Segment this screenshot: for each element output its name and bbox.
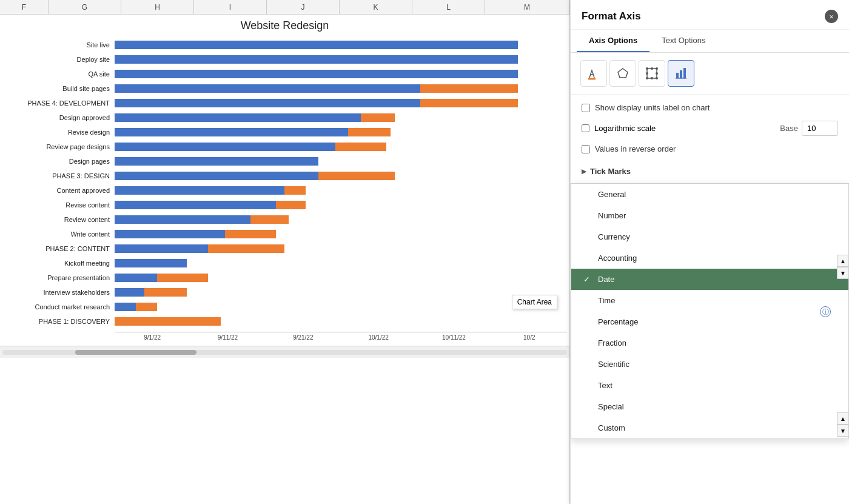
bar-orange xyxy=(157,274,208,282)
reverse-order-checkbox[interactable] xyxy=(582,145,590,153)
bar-label: PHASE 3: DESIGN xyxy=(2,172,115,180)
icon-toolbar xyxy=(571,53,849,95)
bar-label: PHASE 2: CONTENT xyxy=(2,245,115,252)
panel-scroll-arrows: ▲ ▼ xyxy=(837,255,849,279)
bar-blue xyxy=(115,55,518,64)
bar-blue xyxy=(115,84,420,93)
dropdown-item-label: Custom xyxy=(598,423,625,432)
svg-rect-12 xyxy=(680,70,682,78)
fill-icon-btn[interactable] xyxy=(580,60,607,87)
bar-track xyxy=(115,186,567,195)
bar-row: Prepare presentation xyxy=(2,271,567,284)
scroll-up-arrow[interactable]: ▲ xyxy=(837,255,849,267)
dropdown-item[interactable]: ✓Date xyxy=(571,269,848,290)
number-format-dropdown: GeneralNumberCurrencyAccounting✓DateTime… xyxy=(571,183,849,439)
bar-row: Revise design xyxy=(2,126,567,139)
dropdown-item-label: Number xyxy=(598,211,626,220)
col-header-M: M xyxy=(485,0,569,14)
display-units-checkbox[interactable] xyxy=(582,104,590,112)
dropdown-item[interactable]: Special xyxy=(571,396,848,417)
log-scale-checkbox[interactable] xyxy=(582,124,589,132)
col-header-F: F xyxy=(0,0,49,14)
bar-orange xyxy=(144,288,187,297)
bar-track xyxy=(115,156,567,166)
bar-blue xyxy=(115,113,361,122)
bar-row: Conduct market research xyxy=(2,300,567,314)
bar-blue xyxy=(115,303,136,311)
close-button[interactable]: × xyxy=(825,10,838,23)
tick-marks-chevron: ▶ xyxy=(582,168,586,175)
dropdown-item[interactable]: Fraction xyxy=(571,332,848,354)
dropdown-item[interactable]: Number xyxy=(571,205,848,226)
scroll-up-arrow-2[interactable]: ▲ xyxy=(837,412,849,425)
bar-orange xyxy=(361,113,395,122)
base-input[interactable] xyxy=(802,121,838,136)
bar-row: Kickoff meeting xyxy=(2,257,567,270)
bar-row: PHASE 2: CONTENT xyxy=(2,242,567,255)
bar-row: PHASE 4: DEVELOPMENT xyxy=(2,96,567,110)
bar-orange xyxy=(225,230,276,238)
svg-marker-1 xyxy=(618,69,628,78)
dropdown-item[interactable]: Percentage xyxy=(571,311,848,332)
size-properties-icon-btn[interactable] xyxy=(639,60,665,87)
bar-track xyxy=(115,317,567,326)
dropdown-item[interactable]: General xyxy=(571,184,848,205)
chart-body: Site liveDeploy siteQA siteBuild site pa… xyxy=(2,38,567,329)
bar-orange xyxy=(136,303,157,311)
x-tick: 10/2 xyxy=(492,332,567,341)
dropdown-item[interactable]: Accounting xyxy=(571,247,848,269)
bar-label: Conduct market research xyxy=(2,303,115,311)
tab-text-options[interactable]: Text Options xyxy=(649,30,717,52)
bar-label: Site live xyxy=(2,41,115,49)
bar-row: Revise content xyxy=(2,198,567,212)
svg-rect-2 xyxy=(647,69,657,78)
bar-label: Design approved xyxy=(2,114,115,121)
pentagon-icon-btn[interactable] xyxy=(609,60,636,87)
x-tick: 9/1/22 xyxy=(115,332,190,341)
scroll-down-arrow-2[interactable]: ▼ xyxy=(837,425,849,437)
svg-rect-11 xyxy=(676,73,679,78)
tab-axis-options[interactable]: Axis Options xyxy=(577,30,649,52)
bar-track xyxy=(115,40,567,50)
bar-row: PHASE 3: DESIGN xyxy=(2,169,567,183)
x-tick: 10/11/22 xyxy=(416,332,491,341)
bar-label: Revise content xyxy=(2,201,115,209)
dropdown-item[interactable]: Scientific xyxy=(571,354,848,375)
dropdown-item-label: Text xyxy=(598,381,612,390)
check-mark: ✓ xyxy=(583,275,593,284)
x-tick: 9/21/22 xyxy=(266,332,341,341)
scroll-down-arrow[interactable]: ▼ xyxy=(837,267,849,279)
bar-row: Design pages xyxy=(2,155,567,168)
tick-marks-label: Tick Marks xyxy=(590,167,631,176)
chart-container: Website Redesign Site liveDeploy siteQA … xyxy=(0,15,569,346)
tick-marks-section-header[interactable]: ▶ Tick Marks xyxy=(582,162,838,181)
bar-row: Write content xyxy=(2,227,567,241)
log-scale-label: Logarithmic scale xyxy=(594,124,656,133)
bar-label: Review content xyxy=(2,216,115,223)
dropdown-item-label: Currency xyxy=(598,232,630,241)
dropdown-item-label: General xyxy=(598,190,626,199)
dropdown-item[interactable]: Currency xyxy=(571,226,848,247)
info-icon[interactable]: ⓘ xyxy=(820,306,831,317)
bar-label: Kickoff meeting xyxy=(2,260,115,267)
scroll-bar-area[interactable] xyxy=(0,346,569,358)
dropdown-item-label: Time xyxy=(598,296,615,305)
bar-track xyxy=(115,258,567,268)
bar-label: Write content xyxy=(2,230,115,238)
chart-title: Website Redesign xyxy=(2,19,567,32)
dropdown-item[interactable]: Time xyxy=(571,290,848,311)
bar-track xyxy=(115,69,567,79)
svg-point-7 xyxy=(651,67,653,70)
bar-label: Interview stakeholders xyxy=(2,289,115,296)
bar-label: Revise design xyxy=(2,129,115,136)
bar-blue xyxy=(115,288,144,297)
axis-options-icon-btn[interactable] xyxy=(668,60,694,87)
bar-row: QA site xyxy=(2,67,567,81)
bar-track xyxy=(115,229,567,239)
dropdown-item-label: Percentage xyxy=(598,317,639,326)
dropdown-item[interactable]: Custom xyxy=(571,417,848,438)
dropdown-item-label: Special xyxy=(598,402,624,411)
bar-track xyxy=(115,142,567,152)
dropdown-item[interactable]: Text xyxy=(571,375,848,396)
col-header-G: G xyxy=(49,0,121,14)
